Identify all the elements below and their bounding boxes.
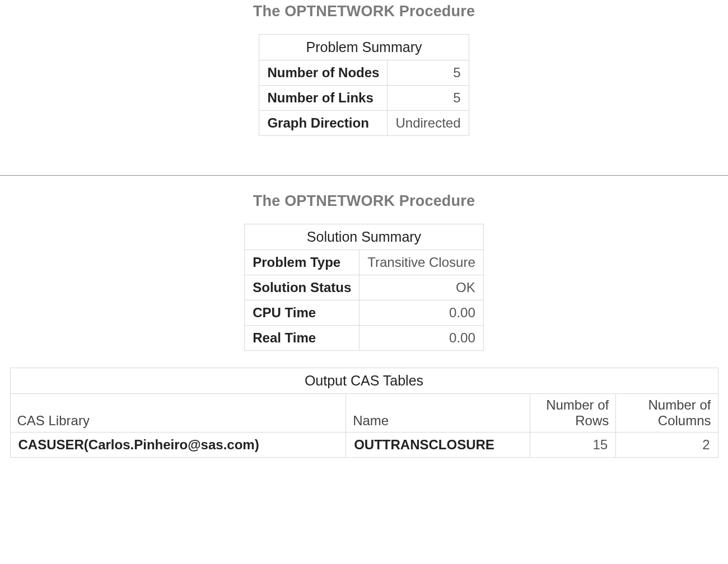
procedure-title-2: The OPTNETWORK Procedure bbox=[0, 192, 728, 210]
row-value: 5 bbox=[388, 86, 469, 111]
row-value: Transitive Closure bbox=[360, 250, 484, 275]
cell-name: OUTTRANSCLOSURE bbox=[346, 433, 530, 458]
section-divider bbox=[0, 175, 728, 176]
section-problem-summary: The OPTNETWORK Procedure Problem Summary… bbox=[0, 3, 728, 170]
row-label: Solution Status bbox=[245, 275, 360, 300]
table-row: Solution Status OK bbox=[245, 275, 484, 300]
solution-summary-caption: Solution Summary bbox=[245, 224, 484, 250]
row-value: 0.00 bbox=[360, 300, 484, 326]
output-cas-tables: Output CAS Tables CAS Library Name Numbe… bbox=[10, 368, 718, 458]
section-solution-summary: The OPTNETWORK Procedure Solution Summar… bbox=[0, 192, 728, 474]
cell-num-cols: 2 bbox=[616, 433, 718, 458]
problem-summary-table: Problem Summary Number of Nodes 5 Number… bbox=[259, 34, 469, 136]
col-num-cols: Number of Columns bbox=[616, 394, 718, 433]
table-row: CASUSER(Carlos.Pinheiro@sas.com) OUTTRAN… bbox=[10, 433, 718, 458]
row-label: Number of Links bbox=[259, 86, 388, 111]
row-label: Graph Direction bbox=[259, 111, 388, 136]
row-label: Problem Type bbox=[245, 250, 360, 275]
row-value: OK bbox=[360, 275, 484, 300]
table-row: Real Time 0.00 bbox=[245, 326, 484, 351]
col-num-rows: Number of Rows bbox=[530, 394, 616, 433]
solution-summary-table: Solution Summary Problem Type Transitive… bbox=[244, 224, 484, 351]
cell-cas-library: CASUSER(Carlos.Pinheiro@sas.com) bbox=[10, 433, 346, 458]
problem-summary-caption: Problem Summary bbox=[259, 35, 469, 60]
table-row: Number of Nodes 5 bbox=[259, 60, 469, 86]
row-label: Real Time bbox=[245, 326, 360, 351]
row-value: 0.00 bbox=[360, 326, 484, 351]
row-value: 5 bbox=[388, 60, 469, 86]
table-row: CPU Time 0.00 bbox=[245, 300, 484, 326]
row-label: Number of Nodes bbox=[259, 60, 388, 86]
col-name: Name bbox=[346, 394, 530, 433]
table-header-row: CAS Library Name Number of Rows Number o… bbox=[10, 394, 718, 433]
row-value: Undirected bbox=[388, 111, 469, 136]
cell-num-rows: 15 bbox=[530, 433, 616, 458]
table-row: Number of Links 5 bbox=[259, 86, 469, 111]
col-cas-library: CAS Library bbox=[10, 394, 346, 433]
procedure-title-1: The OPTNETWORK Procedure bbox=[0, 3, 728, 20]
table-row: Problem Type Transitive Closure bbox=[245, 250, 484, 275]
row-label: CPU Time bbox=[245, 300, 360, 326]
output-cas-caption: Output CAS Tables bbox=[10, 368, 718, 394]
table-row: Graph Direction Undirected bbox=[259, 111, 469, 136]
